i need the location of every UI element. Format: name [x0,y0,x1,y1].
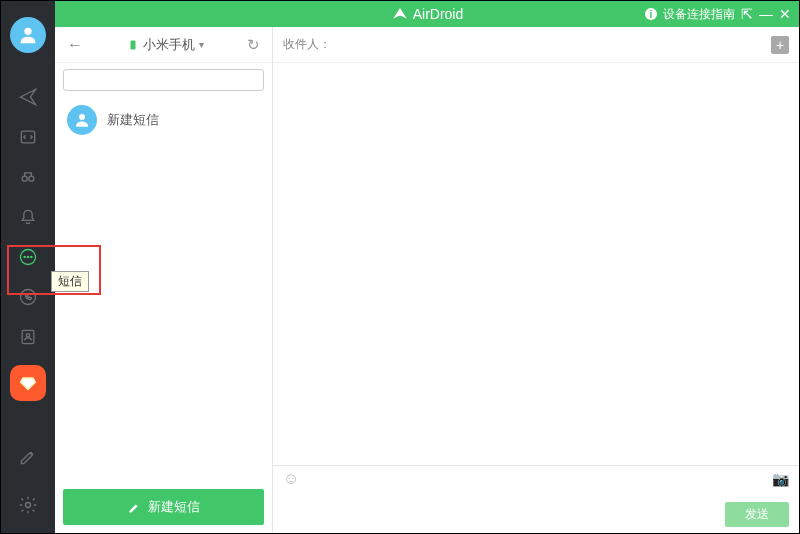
message-panel: 收件人： + ☺ 📷 发送 [273,27,799,533]
compose-button-label: 新建短信 [148,498,200,516]
send-icon[interactable] [1,77,55,117]
svg-point-5 [24,256,25,257]
info-icon: i [645,8,657,20]
message-history [273,63,799,465]
list-header: ← 小米手机 ▾ ↻ [55,27,272,63]
svg-point-0 [24,28,31,35]
compose-button[interactable]: 新建短信 [63,489,264,525]
device-name: 小米手机 [143,36,195,54]
edit-icon[interactable] [1,437,55,477]
titlebar: AirDroid i 设备连接指南 ⇱ — ✕ [55,1,799,27]
device-selector[interactable]: 小米手机 ▾ [91,36,239,54]
svg-point-10 [26,334,29,337]
compose-input[interactable] [273,488,799,502]
transfer-icon[interactable] [1,117,55,157]
bell-icon[interactable] [1,197,55,237]
search-input[interactable] [63,69,264,91]
close-button[interactable]: ✕ [779,6,791,22]
sms-tooltip: 短信 [51,271,89,292]
pin-icon[interactable]: ⇱ [741,6,753,22]
send-button[interactable]: 发送 [725,502,789,527]
svg-point-2 [22,176,27,181]
contacts-icon[interactable] [1,317,55,357]
svg-point-13 [79,114,85,120]
svg-point-6 [27,256,28,257]
phone-icon[interactable] [1,277,55,317]
recipient-row: 收件人： + [273,27,799,63]
compose-area: ☺ 📷 发送 [273,465,799,533]
thread-avatar-icon [67,105,97,135]
premium-icon[interactable] [10,365,46,401]
thread-list: 新建短信 [55,95,272,489]
search-row: ⌕ [55,63,272,95]
app-name: AirDroid [413,6,464,22]
svg-point-7 [31,256,32,257]
minimize-button[interactable]: — [759,6,773,22]
back-button[interactable]: ← [67,36,83,54]
svg-rect-12 [130,40,135,49]
binoculars-icon[interactable] [1,157,55,197]
sms-icon[interactable] [1,237,55,277]
connect-guide-link[interactable]: 设备连接指南 [663,6,735,23]
chevron-down-icon: ▾ [199,39,204,50]
settings-icon[interactable] [1,485,55,525]
titlebar-controls: i 设备连接指南 ⇱ — ✕ [645,6,791,23]
app-logo: AirDroid [391,5,464,23]
recipient-label: 收件人： [283,36,331,53]
sidebar [1,1,55,533]
emoji-icon[interactable]: ☺ [283,470,299,488]
svg-point-11 [26,503,31,508]
compose-toolbar: ☺ 📷 [273,466,799,488]
user-avatar[interactable] [10,17,46,53]
thread-label: 新建短信 [107,111,159,129]
refresh-button[interactable]: ↻ [247,36,260,54]
main-area: AirDroid i 设备连接指南 ⇱ — ✕ ← 小米手机 ▾ [55,1,799,533]
camera-icon[interactable]: 📷 [772,471,789,487]
svg-point-3 [29,176,34,181]
app-window: 短信 AirDroid i 设备连接指南 ⇱ — ✕ ← [0,0,800,534]
thread-item-new[interactable]: 新建短信 [55,95,272,145]
recipient-input[interactable] [339,38,763,52]
content-area: ← 小米手机 ▾ ↻ ⌕ [55,27,799,533]
add-recipient-button[interactable]: + [771,36,789,54]
